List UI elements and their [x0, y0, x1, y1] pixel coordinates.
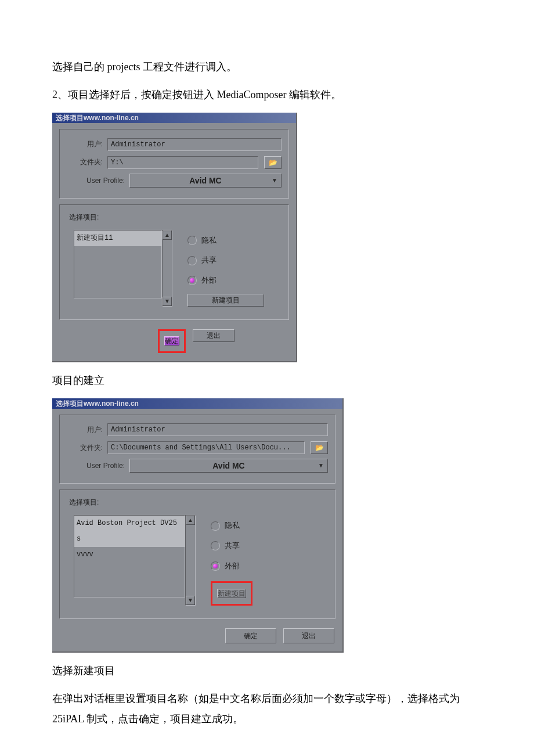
folder-icon: 📂 [315, 444, 324, 452]
doc-line-1: 选择自己的 projects 工程文件进行调入。 [52, 57, 482, 77]
select-project-dialog-1: 选择项目www.non-line.cn 用户: Administrator 文件… [52, 113, 297, 362]
radio-external[interactable]: 外部 [211, 559, 252, 574]
browse-folder-button[interactable]: 📂 [264, 156, 282, 169]
radio-label: 隐私 [225, 519, 240, 533]
scroll-down-button[interactable]: ▼ [186, 596, 195, 605]
profile-label: User Profile: [67, 174, 125, 188]
chevron-down-icon: ▼ [272, 174, 277, 187]
folder-label: 文件夹: [67, 441, 103, 455]
browse-folder-button[interactable]: 📂 [311, 441, 328, 454]
radio-label: 共享 [225, 539, 240, 553]
ok-button[interactable]: 确定 [225, 628, 276, 643]
list-item[interactable]: Avid Boston Project DV25 [74, 516, 185, 531]
scope-radio-group: 隐私 共享 外部 新建项目 [211, 515, 252, 606]
dropdown-value: Avid MC [189, 176, 221, 185]
user-label: 用户: [67, 423, 103, 437]
user-field[interactable]: Administrator [107, 138, 282, 151]
dropdown-value: Avid MC [212, 461, 244, 470]
dialog-footer: 确定 退出 [52, 323, 296, 361]
user-panel: 用户: Administrator 文件夹: Y:\ 📂 User Profil… [59, 129, 289, 199]
folder-label: 文件夹: [67, 156, 103, 169]
doc-line-5: 在弹出对话框里设置项目名称（如是中文名称后面必须加一个数字或字母），选择格式为 … [52, 689, 482, 728]
dialog-title: 选择项目www.non-line.cn [52, 113, 296, 123]
select-label: 选择项目: [69, 211, 282, 224]
radio-icon [211, 521, 220, 531]
new-project-button[interactable]: 新建项目 [187, 294, 264, 307]
radio-icon [187, 236, 197, 245]
radio-shared[interactable]: 共享 [187, 253, 264, 268]
radio-icon [211, 541, 220, 550]
doc-line-3: 项目的建立 [52, 370, 482, 390]
project-listbox[interactable]: Avid Boston Project DV25 s vvvv [74, 515, 185, 597]
list-item[interactable]: s [74, 531, 185, 547]
dialog-footer: 确定 退出 [52, 622, 342, 651]
folder-icon: 📂 [269, 159, 277, 167]
project-listbox[interactable]: 新建项目11 [74, 230, 162, 298]
scrollbar[interactable]: ▲ ▼ [162, 230, 172, 307]
exit-button[interactable]: 退出 [283, 628, 334, 643]
radio-label: 共享 [201, 253, 217, 268]
scroll-down-button[interactable]: ▼ [163, 297, 172, 306]
user-label: 用户: [67, 138, 103, 151]
radio-label: 外部 [201, 273, 217, 288]
radio-icon [211, 561, 220, 571]
dialog-title: 选择项目www.non-line.cn [52, 398, 342, 409]
doc-line-2: 2、项目选择好后，按确定按钮进入 MediaComposer 编辑软件。 [52, 85, 482, 105]
user-profile-dropdown[interactable]: Avid MC ▼ [129, 459, 328, 473]
select-panel: 选择项目: 新建项目11 ▲ ▼ 隐私 [59, 204, 289, 320]
exit-button[interactable]: 退出 [193, 329, 234, 342]
ok-button[interactable]: 确定 [164, 336, 179, 345]
radio-label: 隐私 [201, 233, 217, 248]
user-panel: 用户: Administrator 文件夹: C:\Documents and … [59, 415, 335, 484]
radio-shared[interactable]: 共享 [211, 539, 252, 553]
radio-private[interactable]: 隐私 [211, 519, 252, 533]
radio-icon [187, 256, 197, 265]
scrollbar[interactable]: ▲ ▼ [185, 515, 196, 606]
scroll-up-button[interactable]: ▲ [186, 516, 195, 525]
radio-label: 外部 [225, 559, 240, 574]
select-label: 选择项目: [69, 496, 328, 509]
folder-field[interactable]: C:\Documents and Settings\All Users\Docu… [107, 441, 305, 454]
radio-icon [187, 276, 197, 285]
select-panel: 选择项目: Avid Boston Project DV25 s vvvv ▲ … [59, 489, 335, 619]
radio-private[interactable]: 隐私 [187, 233, 264, 248]
project-list-wrap: Avid Boston Project DV25 s vvvv ▲ ▼ [74, 515, 196, 606]
ok-highlight: 确定 [158, 329, 186, 353]
new-project-highlight: 新建项目 [211, 581, 252, 606]
list-item[interactable]: vvvv [74, 547, 185, 563]
profile-label: User Profile: [67, 459, 125, 473]
list-item[interactable]: 新建项目11 [74, 231, 161, 246]
scope-radio-group: 隐私 共享 外部 新建项目 [187, 230, 264, 307]
doc-line-4: 选择新建项目 [52, 661, 482, 681]
radio-external[interactable]: 外部 [187, 273, 264, 288]
chevron-down-icon: ▼ [318, 459, 324, 472]
project-list-wrap: 新建项目11 ▲ ▼ [74, 230, 172, 307]
select-project-dialog-2: 选择项目www.non-line.cn 用户: Administrator 文件… [52, 398, 344, 653]
user-profile-dropdown[interactable]: Avid MC ▼ [129, 174, 282, 188]
new-project-button[interactable]: 新建项目 [217, 589, 246, 598]
scroll-up-button[interactable]: ▲ [163, 231, 172, 240]
folder-field[interactable]: Y:\ [107, 156, 258, 169]
user-field[interactable]: Administrator [107, 423, 328, 436]
